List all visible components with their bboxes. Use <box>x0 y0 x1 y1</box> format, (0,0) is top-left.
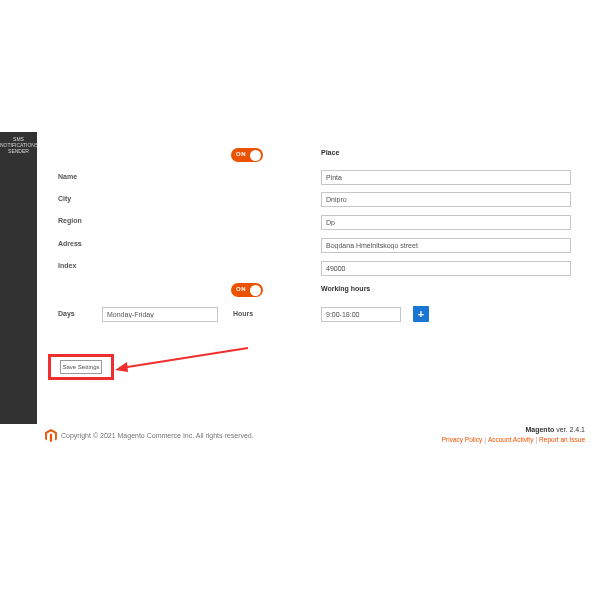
adress-label: Adress <box>58 240 82 247</box>
hours-input[interactable] <box>321 307 401 322</box>
name-label: Name <box>58 173 77 180</box>
footer-version: Magento ver. 2.4.1 <box>442 426 585 433</box>
admin-sidebar: SMS NOTIFICATIONS SENDER <box>0 132 37 424</box>
magento-logo-icon <box>45 429 57 443</box>
save-settings-button[interactable]: Save Settings <box>60 360 102 374</box>
privacy-policy-link[interactable]: Privacy Policy <box>442 436 482 443</box>
index-label: Index <box>58 262 76 269</box>
place-toggle[interactable]: ON <box>231 148 263 162</box>
svg-line-0 <box>121 348 248 368</box>
footer-links: Privacy Policy|Account Activity|Report a… <box>442 436 585 443</box>
report-issue-link[interactable]: Report an Issue <box>539 436 585 443</box>
account-activity-link[interactable]: Account Activity <box>488 436 534 443</box>
footer-copyright: Copyright © 2021 Magento Commerce Inc. A… <box>61 432 254 439</box>
days-label: Days <box>58 310 75 317</box>
working-hours-section-title: Working hours <box>321 285 370 292</box>
hours-toggle[interactable]: ON <box>231 283 263 297</box>
sidebar-menu-item[interactable]: SMS NOTIFICATIONS SENDER <box>0 132 37 154</box>
place-section-title: Place <box>321 149 339 156</box>
city-input[interactable] <box>321 192 571 207</box>
svg-marker-1 <box>115 362 128 372</box>
region-label: Region <box>58 217 82 224</box>
hours-label: Hours <box>233 310 253 317</box>
index-input[interactable] <box>321 261 571 276</box>
region-input[interactable] <box>321 215 571 230</box>
callout-arrow <box>113 345 253 375</box>
name-input[interactable] <box>321 170 571 185</box>
city-label: City <box>58 195 71 202</box>
days-input[interactable] <box>102 307 218 322</box>
admin-footer: Copyright © 2021 Magento Commerce Inc. A… <box>37 426 587 448</box>
add-hours-button[interactable]: + <box>413 306 429 322</box>
adress-input[interactable] <box>321 238 571 253</box>
